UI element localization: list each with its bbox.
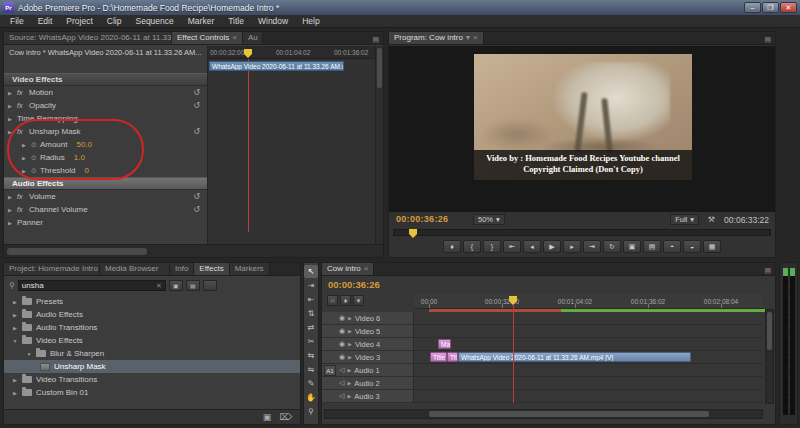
eye-icon[interactable]: ◉	[339, 314, 345, 322]
tab-project[interactable]: Project: Homemade Intro	[4, 263, 100, 275]
go-to-out-button[interactable]: ⇥	[583, 240, 601, 253]
amount-value[interactable]: 50.0	[76, 140, 92, 149]
clear-search-icon[interactable]: ✕	[156, 282, 162, 290]
hand-tool[interactable]: ✋	[304, 391, 318, 404]
disclosure-icon[interactable]: ▶	[347, 380, 351, 386]
extract-button[interactable]: ◒	[683, 240, 701, 253]
track-select-tool[interactable]: ⇥	[304, 279, 318, 292]
mark-out-button[interactable]: }	[483, 240, 501, 253]
track-header[interactable]: ◉ ▶ Video 6	[322, 312, 414, 325]
ripple-edit-tool[interactable]: ⇤	[304, 293, 318, 306]
playback-quality-dropdown[interactable]: Full ▾	[670, 214, 699, 225]
stopwatch-icon[interactable]: ⊙	[31, 167, 37, 175]
play-button[interactable]: ▶	[543, 240, 561, 253]
track-content[interactable]: Title Tit WhatsApp Video 2020-06-11 at 1…	[414, 351, 763, 364]
disclosure-icon[interactable]: ▶	[348, 328, 352, 334]
selection-tool[interactable]: ↖	[304, 265, 318, 278]
menu-help[interactable]: Help	[295, 15, 326, 28]
effect-row-time-remapping[interactable]: ▶ Time Remapping	[4, 112, 207, 125]
panel-menu-icon[interactable]: ▤	[764, 36, 771, 44]
disclosure-icon[interactable]: ▶	[22, 168, 28, 174]
clip-title-a[interactable]: Title	[430, 352, 447, 362]
timeline-hscrollbar[interactable]	[324, 409, 763, 419]
tab-source-monitor[interactable]: Source: WhatsApp Video 2020-06-11 at 11.…	[4, 32, 172, 44]
disclosure-icon[interactable]: ▶	[22, 142, 28, 148]
slide-tool[interactable]: ⇋	[304, 363, 318, 376]
tab-audio-mixer[interactable]: Au	[243, 32, 263, 44]
track-content[interactable]: Ma	[414, 338, 763, 351]
tree-item-video-transitions[interactable]: ▶ Video Transitions	[4, 373, 300, 386]
pen-tool[interactable]: ✎	[304, 377, 318, 390]
param-row-amount[interactable]: ▶ ⊙ Amount 50.0	[4, 138, 207, 151]
menu-window[interactable]: Window	[251, 15, 295, 28]
search-box[interactable]: ✕	[18, 280, 166, 291]
add-marker-button[interactable]: ♦	[443, 240, 461, 253]
radius-value[interactable]: 1.0	[74, 153, 85, 162]
effect-controls-timeline-lane[interactable]: 00:00:32:00 00:01:04:02 00:01:36:02 What…	[207, 46, 375, 244]
param-row-radius[interactable]: ▶ ⊙ Radius 1.0	[4, 151, 207, 164]
filter-32bit-icon[interactable]: ▤	[186, 280, 200, 291]
tab-effects[interactable]: Effects	[194, 263, 229, 275]
disclosure-open-icon[interactable]: ▼	[12, 338, 18, 344]
trash-icon[interactable]: ⌦	[279, 412, 292, 422]
slip-tool[interactable]: ⇆	[304, 349, 318, 362]
mark-in-button[interactable]: {	[463, 240, 481, 253]
tree-item-audio-transitions[interactable]: ▶ Audio Transitions	[4, 321, 300, 334]
track-header[interactable]: A1 ◁ ▶ Audio 1	[322, 364, 414, 377]
zoom-tool[interactable]: ⚲	[304, 405, 318, 418]
step-back-button[interactable]: ◂	[523, 240, 541, 253]
tab-media-browser[interactable]: Media Browser	[100, 263, 170, 275]
disclosure-icon[interactable]: ▶	[348, 341, 352, 347]
reset-icon[interactable]: ↺	[193, 192, 200, 201]
tab-effect-controls[interactable]: Effect Controls×	[172, 32, 243, 44]
timeline-timecode[interactable]: 00:00:36:26	[328, 279, 380, 290]
eye-icon[interactable]: ◉	[339, 327, 345, 335]
fx-badge-icon[interactable]: fx	[17, 193, 26, 200]
reset-icon[interactable]: ↺	[193, 205, 200, 214]
rate-stretch-tool[interactable]: ⇄	[304, 321, 318, 334]
tab-close-icon[interactable]: ×	[473, 32, 478, 44]
track-header[interactable]: ◉ ▶ Video 4	[322, 338, 414, 351]
effect-row-channel-volume[interactable]: ▶ fx Channel Volume ↺	[4, 203, 207, 216]
eye-icon[interactable]: ◉	[339, 340, 345, 348]
fx-badge-icon[interactable]: fx	[17, 102, 26, 109]
effect-controls-hscrollbar[interactable]	[4, 244, 383, 257]
tree-item-audio-effects[interactable]: ▶ Audio Effects	[4, 308, 300, 321]
disclosure-icon[interactable]: ▶	[347, 393, 351, 399]
disclosure-icon[interactable]: ▶	[12, 377, 18, 383]
disclosure-icon[interactable]: ▶	[8, 103, 14, 109]
disclosure-icon[interactable]: ▶	[22, 155, 28, 161]
param-row-threshold[interactable]: ▶ ⊙ Threshold 0	[4, 164, 207, 177]
audio-patch-a1[interactable]: A1	[324, 365, 336, 376]
track-content[interactable]	[414, 325, 763, 338]
tree-item-presets[interactable]: ▶ Presets	[4, 295, 300, 308]
loop-button[interactable]: ↻	[603, 240, 621, 253]
close-button[interactable]: ✕	[780, 2, 797, 13]
zoom-level-dropdown[interactable]: 50% ▾	[473, 214, 505, 225]
menu-project[interactable]: Project	[59, 15, 99, 28]
disclosure-icon[interactable]: ▶	[12, 390, 18, 396]
panel-menu-icon[interactable]: ▤	[372, 36, 379, 44]
tab-program[interactable]: Program: Cow intro ▾ ×	[389, 32, 484, 44]
disclosure-icon[interactable]: ▶	[8, 194, 14, 200]
tree-item-custom-bin-01[interactable]: ▶ Custom Bin 01	[4, 386, 300, 399]
speaker-icon[interactable]: ◁	[339, 366, 344, 374]
fx-badge-icon[interactable]: fx	[17, 89, 26, 96]
effect-row-unsharp-mask[interactable]: ▶ fx Unsharp Mask ↺	[4, 125, 207, 138]
tab-markers[interactable]: Markers	[230, 263, 270, 275]
effect-row-motion[interactable]: ▶ fx Motion ↺	[4, 86, 207, 99]
go-to-in-button[interactable]: ⇤	[503, 240, 521, 253]
disclosure-open-icon[interactable]: ▼	[26, 351, 32, 357]
tab-close-icon[interactable]: ×	[232, 32, 237, 44]
menu-marker[interactable]: Marker	[181, 15, 221, 28]
clip-title-b[interactable]: Tit	[447, 352, 458, 362]
export-frame-button[interactable]: ▦	[703, 240, 721, 253]
mini-timeline-clip[interactable]: WhatsApp Video 2020-06-11 at 11.33.26 AM…	[209, 61, 344, 71]
filter-accelerated-icon[interactable]: ▣	[169, 280, 183, 291]
tab-sequence-cow-intro[interactable]: Cow intro ×	[322, 263, 374, 275]
lift-button[interactable]: ◓	[663, 240, 681, 253]
dropdown-icon[interactable]: ▾	[466, 32, 470, 44]
effect-row-panner[interactable]: ▶ Panner	[4, 216, 207, 229]
tree-item-blur-sharpen[interactable]: ▼ Blur & Sharpen	[4, 347, 300, 360]
tree-item-unsharp-mask[interactable]: Unsharp Mask	[4, 360, 300, 373]
